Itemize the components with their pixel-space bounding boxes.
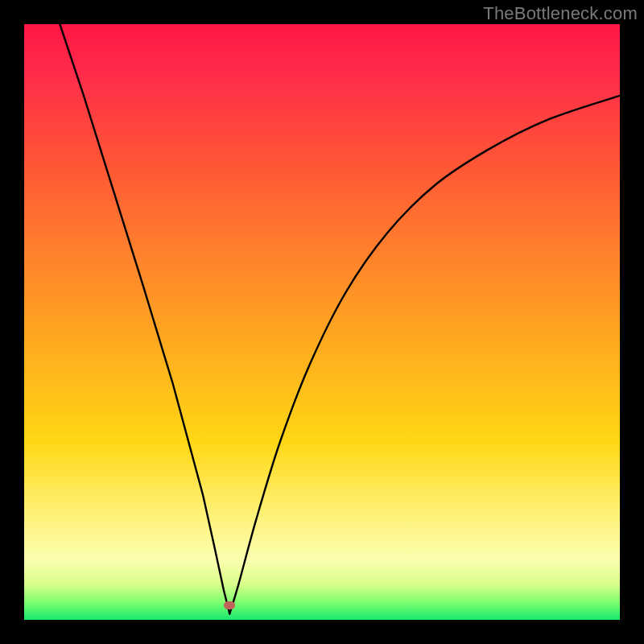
plot-area <box>24 24 620 620</box>
chart-stage: TheBottleneck.com <box>0 0 644 644</box>
bottleneck-curve <box>24 24 620 620</box>
watermark-text: TheBottleneck.com <box>483 3 638 24</box>
minimum-marker <box>224 601 235 609</box>
